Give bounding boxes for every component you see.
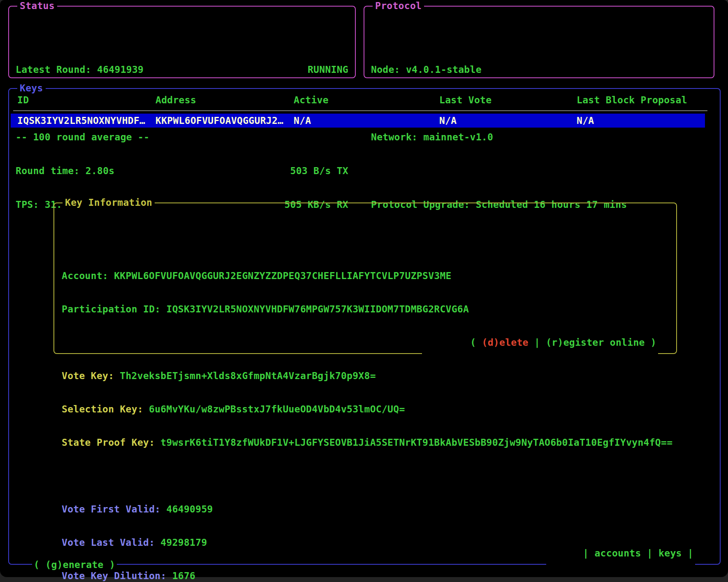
key-information-content: Account: KKPWL6OFVUFOAVQGGURJ2EGNZYZZDPE… — [54, 235, 676, 582]
cell-id: IQSK3IYV2LR5NOXNYVHDF… — [17, 115, 155, 126]
nav-separator: | — [583, 548, 589, 559]
actions-open-paren: ( — [470, 337, 482, 348]
vote-key-dilution-value: 1676 — [172, 570, 196, 582]
status-panel: Status Latest Round: 46491939 RUNNING --… — [8, 6, 356, 78]
column-header-address: Address — [155, 94, 294, 106]
latest-round-text: Latest Round: 46491939 — [16, 63, 144, 76]
status-line: Latest Round: 46491939 RUNNING — [16, 63, 348, 76]
key-actions-bar: ( (d)elete | (r)egister online ) — [422, 325, 658, 360]
account-line: Account: KKPWL6OFVUFOAVQGGURJ2EGNZYZZDPE… — [62, 270, 676, 282]
register-online-action[interactable]: (r)egister online — [546, 337, 645, 348]
keys-panel: Keys ID Address Active Last Vote Last Bl… — [8, 88, 721, 565]
selection-key-line: Selection Key: 6u6MvYKu/w8zwPBsstxJ7fkUu… — [62, 403, 676, 415]
cell-address: KKPWL6OFVUFOAVQGGURJ2… — [155, 115, 294, 126]
cell-last-block-proposal: N/A — [577, 115, 705, 126]
cell-last-vote: N/A — [439, 115, 577, 126]
column-header-id: ID — [17, 94, 155, 106]
nav-accounts-tab[interactable]: accounts — [589, 548, 647, 559]
vote-first-valid-value: 46490959 — [167, 503, 213, 515]
state-proof-key-label: State Proof Key: — [62, 437, 155, 449]
account-label: Account: — [62, 270, 108, 282]
vote-key-dilution-line: Vote Key Dilution: 1676 — [62, 570, 676, 582]
table-separator — [13, 110, 707, 111]
vote-key-label: Vote Key: — [62, 370, 114, 382]
vote-key-line: Vote Key: Th2veksbETjsmn+Xlds8xGfmpNtA4V… — [62, 370, 676, 382]
status-panel-title: Status — [17, 0, 57, 12]
participation-id-label: Participation ID: — [62, 303, 161, 315]
terminal-window: Status Latest Round: 46491939 RUNNING --… — [0, 0, 728, 577]
state-proof-key-line: State Proof Key: t9wsrK6tiT1Y8zfWUkDF1V+… — [62, 437, 676, 449]
selection-key-label: Selection Key: — [62, 403, 143, 415]
cell-active: N/A — [294, 115, 439, 126]
participation-id-value: IQSK3IYV2LR5NOXNYVHDFW76MPGW757K3WIIDOM7… — [167, 303, 469, 315]
selection-key-value: 6u6MvYKu/w8zwPBsstxJ7fkUueOD4VbD4v53lmOC… — [149, 403, 405, 415]
protocol-panel: Protocol Node: v4.0.1-stable Network: ma… — [364, 6, 714, 78]
keys-table-header: ID Address Active Last Vote Last Block P… — [17, 94, 710, 106]
column-header-last-block-proposal: Last Block Proposal — [577, 94, 710, 106]
delete-action[interactable]: (d)elete — [482, 337, 529, 348]
nav-separator: | — [688, 548, 693, 559]
running-status-badge: RUNNING — [308, 63, 348, 76]
vote-key-value: Th2veksbETjsmn+Xlds8xGfmpNtA4VzarBgjk70p… — [120, 370, 376, 382]
state-proof-key-value: t9wsrK6tiT1Y8zfWUkDF1V+LJGFYSEOVB1JiA5SE… — [160, 437, 672, 449]
bottom-nav: | accounts | keys | — [546, 536, 695, 570]
vote-first-valid-label: Vote First Valid: — [62, 503, 161, 515]
nav-separator: | — [647, 548, 653, 559]
vote-last-valid-value: 49298179 — [160, 537, 207, 549]
column-header-last-vote: Last Vote — [439, 94, 577, 106]
actions-close-paren: ) — [645, 337, 656, 348]
vote-last-valid-label: Vote Last Valid: — [62, 537, 155, 549]
actions-separator: | — [529, 337, 546, 348]
protocol-panel-title: Protocol — [373, 0, 424, 12]
key-information-title: Key Information — [63, 197, 155, 208]
key-table-row-selected[interactable]: IQSK3IYV2LR5NOXNYVHDF… KKPWL6OFVUFOAVQGG… — [11, 114, 705, 128]
vote-key-dilution-label: Vote Key Dilution: — [62, 570, 167, 582]
nav-keys-tab[interactable]: keys — [653, 548, 688, 559]
account-value: KKPWL6OFVUFOAVQGGURJ2EGNZYZZDPEQ37CHEFLL… — [114, 270, 452, 282]
column-header-active: Active — [294, 94, 439, 106]
vote-first-valid-line: Vote First Valid: 46490959 — [62, 503, 676, 515]
participation-id-line: Participation ID: IQSK3IYV2LR5NOXNYVHDFW… — [62, 303, 676, 315]
keys-panel-title: Keys — [17, 82, 46, 94]
blank-line — [62, 470, 676, 482]
generate-action[interactable]: ( (g)enerate ) — [32, 559, 117, 570]
node-version-text: Node: v4.0.1-stable — [371, 63, 482, 76]
key-information-panel: Key Information Account: KKPWL6OFVUFOAVQ… — [53, 203, 677, 354]
